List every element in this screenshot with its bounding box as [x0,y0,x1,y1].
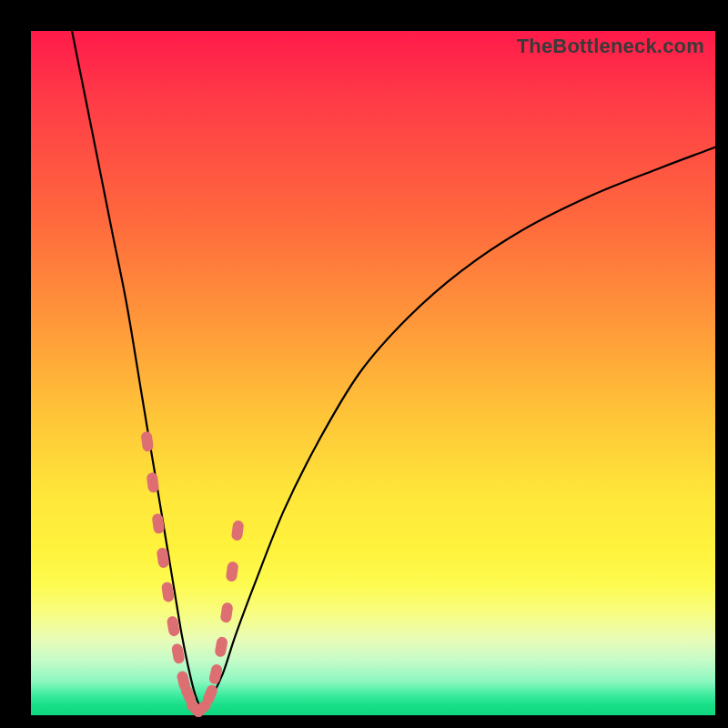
bottleneck-curve-svg [31,31,715,715]
bottleneck-curve [72,31,715,709]
curve-marker [220,602,234,623]
curve-marker [140,431,154,452]
plot-area: TheBottleneck.com [31,31,715,715]
chart-frame: TheBottleneck.com [0,0,728,728]
curve-marker [231,520,245,541]
curve-marker [226,561,239,581]
curve-marker [146,472,159,493]
marker-group [140,431,244,720]
curve-marker [214,636,228,658]
curve-marker [208,663,224,685]
